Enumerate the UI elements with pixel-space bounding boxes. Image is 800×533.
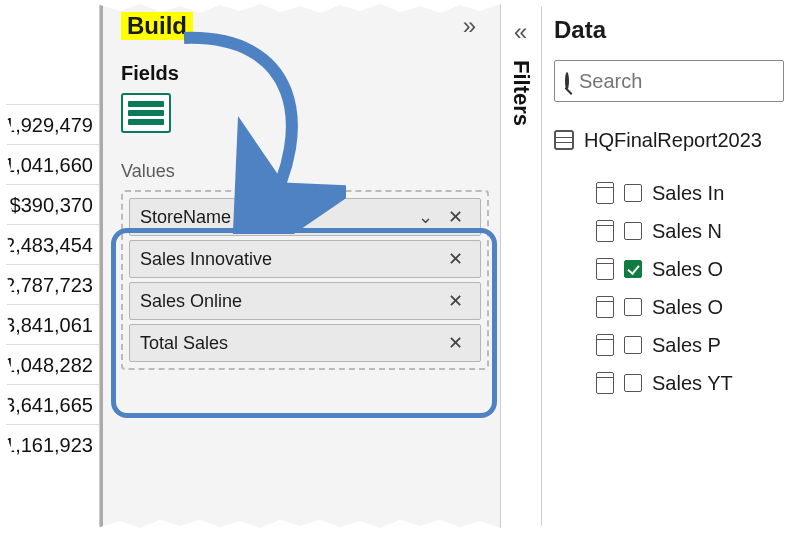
data-pane: Data HQFinalReport2023 Sales In Sales N — [542, 0, 800, 533]
search-input[interactable] — [554, 60, 784, 102]
dataset-row[interactable]: HQFinalReport2023 — [554, 124, 800, 156]
values-well[interactable]: StoreName ⌄ ✕ Sales Innovative ✕ Sales O… — [121, 190, 489, 370]
field-pill[interactable]: StoreName ⌄ ✕ — [129, 198, 481, 236]
field-checkbox[interactable] — [624, 374, 642, 392]
field-checkbox[interactable] — [624, 298, 642, 316]
field-row[interactable]: Sales N — [596, 212, 800, 250]
field-name: Sales O — [652, 258, 723, 281]
build-title: Build — [121, 12, 193, 40]
measure-icon — [596, 182, 614, 204]
field-pill[interactable]: Sales Innovative ✕ — [129, 240, 481, 278]
measure-icon — [596, 372, 614, 394]
field-checkbox[interactable] — [624, 260, 642, 278]
table-cell: 2,787,723 — [0, 264, 99, 304]
field-row[interactable]: Sales In — [596, 174, 800, 212]
field-name: Sales O — [652, 296, 723, 319]
measure-icon — [596, 258, 614, 280]
field-row[interactable]: Sales P — [596, 326, 800, 364]
build-pane: Build » Fields Values StoreName ⌄ ✕ Sale… — [100, 0, 500, 533]
filters-pane[interactable]: » Filters — [500, 0, 542, 533]
field-row[interactable]: Sales O — [596, 288, 800, 326]
filters-label: Filters — [508, 60, 534, 126]
data-table-slice: ✕ 1,929,479 1,041,660 $390,370 2,483,454… — [0, 0, 100, 533]
field-checkbox[interactable] — [624, 184, 642, 202]
values-heading: Values — [121, 161, 496, 182]
field-list: Sales In Sales N Sales O Sales O Sales P — [554, 174, 800, 402]
app-root: ✕ 1,929,479 1,041,660 $390,370 2,483,454… — [0, 0, 800, 533]
remove-field-icon[interactable]: ✕ — [440, 332, 470, 354]
field-row[interactable]: Sales YT — [596, 364, 800, 402]
field-pill-label: StoreName — [140, 207, 410, 228]
table-cell: $390,370 — [0, 184, 99, 224]
field-name: Sales N — [652, 220, 722, 243]
field-row[interactable]: Sales O — [596, 250, 800, 288]
measure-icon — [596, 220, 614, 242]
field-checkbox[interactable] — [624, 222, 642, 240]
field-name: Sales P — [652, 334, 721, 357]
field-name: Sales In — [652, 182, 724, 205]
field-pill-label: Sales Innovative — [140, 249, 440, 270]
field-pill[interactable]: Total Sales ✕ — [129, 324, 481, 362]
measure-icon — [596, 334, 614, 356]
table-cell: 1,161,923 — [0, 424, 99, 464]
search-field[interactable] — [579, 70, 800, 93]
collapse-left-icon[interactable]: » — [514, 18, 527, 46]
fields-heading: Fields — [121, 62, 496, 85]
table-cell: 1,929,479 — [0, 104, 99, 144]
field-pill-label: Total Sales — [140, 333, 440, 354]
measure-icon — [596, 296, 614, 318]
table-cell: 3,641,665 — [0, 384, 99, 424]
dataset-name: HQFinalReport2023 — [584, 129, 762, 152]
field-name: Sales YT — [652, 372, 733, 395]
field-pill-label: Sales Online — [140, 291, 440, 312]
table-visualization-icon[interactable] — [121, 93, 171, 133]
remove-field-icon[interactable]: ✕ — [440, 248, 470, 270]
field-pill[interactable]: Sales Online ✕ — [129, 282, 481, 320]
search-icon — [565, 72, 569, 90]
remove-field-icon[interactable]: ✕ — [440, 206, 470, 228]
table-icon — [554, 130, 574, 150]
remove-field-icon[interactable]: ✕ — [440, 290, 470, 312]
table-cell: 1,041,660 — [0, 144, 99, 184]
table-cell: 1,048,282 — [0, 344, 99, 384]
table-cell: 3,841,061 — [0, 304, 99, 344]
field-checkbox[interactable] — [624, 336, 642, 354]
table-cell: 2,483,454 — [0, 224, 99, 264]
chevron-down-icon[interactable]: ⌄ — [410, 206, 440, 228]
collapse-right-icon[interactable]: » — [463, 12, 476, 40]
data-pane-title: Data — [554, 16, 800, 44]
